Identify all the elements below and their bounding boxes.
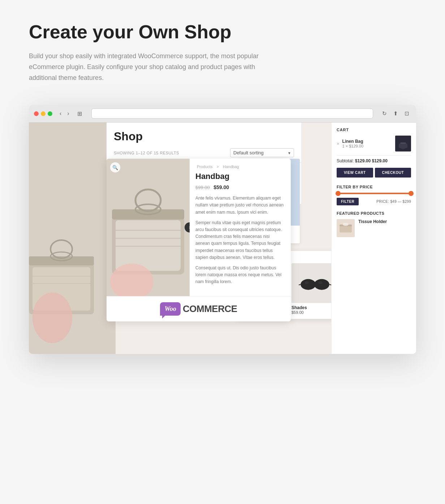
filter-row: FILTER PRICE: $49 — $299 [337, 198, 411, 205]
svg-rect-32 [400, 142, 406, 144]
svg-point-23 [301, 279, 316, 290]
handbag-bg-svg [29, 209, 108, 354]
subtotal-label: Subtotal: [337, 158, 354, 163]
featured-title: FEATURED PRODUCTS [337, 211, 411, 215]
cart-item-qty: 1 × $129.00 [342, 144, 392, 148]
dot-yellow[interactable] [41, 111, 46, 116]
svg-rect-37 [343, 223, 348, 225]
cart-item: × Linen Bag 1 × $129.00 [337, 136, 411, 151]
cart-thumb-svg [395, 136, 411, 151]
cart-buttons: VIEW CART CHECKOUT [337, 168, 411, 178]
sort-select[interactable]: Default sorting Sort by popularity Sort … [230, 148, 294, 157]
browser-mockup: ‹ › ⊞ ↻ ⬆ ⊡ [29, 105, 416, 354]
cart-item-info: Linen Bag 1 × $129.00 [342, 139, 392, 148]
product-desc-3: Consequat quis ut. Dis odio justo faucib… [195, 265, 285, 286]
checkout-button[interactable]: CHECKOUT [375, 168, 411, 178]
browser-toolbar: ‹ › ⊞ ↻ ⬆ ⊡ [29, 105, 416, 123]
price-range-text: PRICE: $49 — $299 [376, 200, 411, 204]
price-handle-left[interactable] [336, 191, 341, 196]
nav-back-button[interactable]: ‹ [57, 110, 64, 118]
expand-button[interactable]: ⊡ [403, 110, 411, 118]
browser-dots [34, 111, 52, 116]
featured-item-svg [337, 219, 355, 237]
page-hero: Create your Own Shop Build your shop eas… [29, 22, 416, 83]
featured-section: FEATURED PRODUCTS Tissue Hold [337, 211, 411, 237]
breadcrumb-separator: > [216, 165, 219, 169]
price-area: $99.00 $59.00 [195, 184, 285, 191]
sort-wrapper: Default sorting Sort by popularity Sort … [230, 148, 294, 157]
featured-item-info: Tissue Holder [358, 219, 387, 224]
price-slider [337, 193, 411, 194]
nav-forward-button[interactable]: › [65, 110, 71, 118]
featured-item[interactable]: Tissue Holder [337, 219, 411, 237]
sidebar: CART × Linen Bag 1 × $129.00 [331, 123, 416, 354]
shades-svg [299, 274, 331, 292]
woo-text: Woo [164, 305, 176, 312]
shop-content: Shop SHOWING 1–12 OF 15 RESULTS Default … [29, 123, 416, 354]
price-handle-right[interactable] [409, 191, 414, 196]
woocommerce-logo-area: Woo COMMERCE [107, 296, 291, 321]
shop-title: Shop [114, 130, 294, 143]
svg-rect-12 [135, 189, 161, 211]
woo-bubble: Woo [160, 302, 181, 316]
subtotal-value: $129.00 [355, 158, 371, 163]
svg-point-7 [33, 292, 72, 343]
handbag-detail-panel: 🔍 › Products > Handbag Handbag $99.00 $5… [107, 159, 291, 321]
commerce-text: COMMERCE [183, 303, 237, 315]
filter-button[interactable]: FILTER [337, 198, 359, 205]
svg-point-24 [314, 279, 329, 290]
breadcrumb: Products > Handbag [195, 165, 285, 169]
refresh-button[interactable]: ↻ [380, 110, 389, 118]
woocommerce-logo: Woo COMMERCE [160, 302, 237, 316]
featured-thumb [337, 219, 355, 237]
shop-header: Shop [107, 123, 301, 145]
new-price: $59.00 [213, 184, 229, 190]
product-image-svg [107, 170, 190, 296]
handbag-info: Products > Handbag Handbag $99.00 $59.00… [190, 159, 291, 296]
browser-nav: ‹ › [57, 110, 72, 118]
shop-background [29, 123, 116, 354]
cart-item-name: Linen Bag [342, 139, 392, 144]
page-description: Build your shop easily with integrated W… [29, 51, 275, 83]
svg-line-25 [299, 285, 301, 285]
breadcrumb-products[interactable]: Products [197, 165, 212, 169]
breadcrumb-current: Handbag [223, 165, 239, 169]
cart-remove-icon[interactable]: × [337, 141, 340, 146]
handbag-inner: 🔍 › Products > Handbag Handbag $99.00 $5… [107, 159, 291, 296]
subtotal-amount: $129.00 [372, 158, 387, 163]
cart-section: CART × Linen Bag 1 × $129.00 [337, 128, 411, 178]
filter-title: FILTER BY PRICE [337, 185, 411, 189]
old-price: $99.00 [195, 185, 210, 190]
svg-point-28 [318, 281, 323, 284]
price-fill [338, 193, 411, 194]
handbag-image-area: 🔍 › [107, 159, 190, 296]
share-button[interactable]: ⬆ [392, 110, 400, 118]
showing-text: SHOWING 1–12 OF 15 RESULTS [114, 151, 179, 155]
featured-item-name: Tissue Holder [358, 219, 387, 224]
address-bar[interactable] [91, 108, 373, 119]
svg-rect-4 [51, 240, 72, 258]
svg-point-27 [305, 281, 309, 284]
layout-button[interactable]: ⊞ [75, 110, 84, 118]
price-track [337, 193, 411, 194]
product-name: Handbag [195, 172, 285, 181]
subtotal-row: Subtotal: $129.00 $129.00 [337, 155, 411, 163]
page-title: Create your Own Shop [29, 22, 416, 42]
product-desc-1: Ante felis vivamus. Elementum aliquam eg… [195, 195, 285, 216]
cart-title: CART [337, 128, 411, 132]
cart-thumbnail [395, 136, 411, 151]
dot-green[interactable] [48, 111, 52, 116]
product-desc-2: Semper nulla vitae quis eget magnis pret… [195, 219, 285, 261]
filter-section: FILTER BY PRICE FILTER PRICE: $49 — $299 [337, 185, 411, 205]
svg-rect-9 [116, 220, 181, 271]
browser-actions: ↻ ⬆ ⊡ [380, 110, 411, 118]
svg-rect-31 [399, 144, 407, 148]
view-cart-button[interactable]: VIEW CART [337, 168, 373, 178]
dot-red[interactable] [34, 111, 39, 116]
